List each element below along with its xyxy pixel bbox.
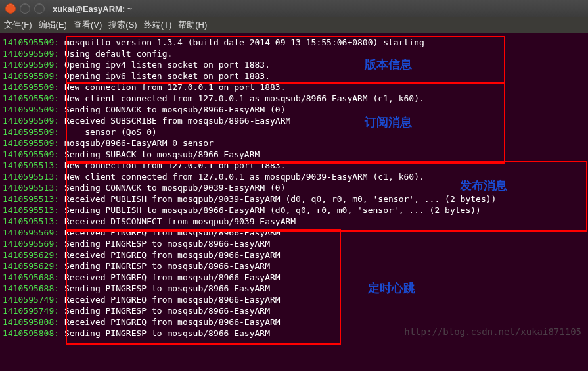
terminal-line: 1410595509: mosquitto version 1.3.4 (bui… [3,37,585,48]
log-text: mosquitto version 1.3.4 (build date 2014… [59,37,424,47]
terminal-line: 1410595513: New connection from 127.0.0.… [3,160,585,171]
timestamp: 1410595569: [3,239,59,249]
terminal-line: 1410595509: Received SUBSCRIBE from mosq… [3,115,585,126]
menu-file[interactable]: 文件(F) [4,19,32,31]
log-text: Received SUBSCRIBE from mosqsub/8966-Eas… [59,116,290,126]
log-text: Sending PINGRESP to mosqsub/8966-EasyARM [59,261,270,271]
terminal-line: 1410595509: Sending CONNACK to mosqsub/8… [3,104,585,115]
timestamp: 1410595629: [3,250,59,260]
log-text: Opening ipv4 listen socket on port 1883. [59,60,270,70]
terminal-line: 1410595513: Received DISCONNECT from mos… [3,216,585,227]
timestamp: 1410595513: [3,194,59,204]
log-text: Sending PINGRESP to mosqsub/8966-EasyARM [59,284,270,293]
timestamp: 1410595509: [3,105,59,114]
window-titlebar[interactable]: xukai@EasyARM: ~ [0,0,588,17]
timestamp: 1410595749: [3,295,59,305]
terminal-line: 1410595513: Sending CONNACK to mosqpub/9… [3,182,585,193]
terminal-line: 1410595688: Sending PINGRESP to mosqsub/… [3,283,585,294]
terminal-line: 1410595509: Opening ipv6 listen socket o… [3,70,585,82]
terminal-line: 1410595569: Received PINGREQ from mosqsu… [3,227,585,238]
log-text: Sending PINGRESP to mosqsub/8966-EasyARM [59,328,270,338]
terminal-line: 1410595688: Received PINGREQ from mosqsu… [3,272,585,283]
window-title: xukai@EasyARM: ~ [53,4,132,14]
log-text: Sending PINGRESP to mosqsub/8966-EasyARM [59,239,270,249]
terminal-line: 1410595808: Received PINGREQ from mosqsu… [3,316,585,328]
terminal-line: 1410595569: Sending PINGRESP to mosqsub/… [3,238,585,249]
timestamp: 1410595513: [3,172,59,182]
terminal-line: 1410595509: New client connected from 12… [3,93,585,104]
maximize-icon[interactable] [34,3,45,14]
log-text: Received PINGREQ from mosqsub/8966-EasyA… [59,295,281,305]
log-text: New connection from 127.0.0.1 on port 18… [59,161,285,170]
menubar: 文件(F) 编辑(E) 查看(V) 搜索(S) 终端(T) 帮助(H) [0,17,588,33]
terminal-line: 1410595629: Received PINGREQ from mosqsu… [3,249,585,260]
timestamp: 1410595513: [3,183,59,193]
timestamp: 1410595513: [3,216,59,226]
terminal-line: 1410595509: sensor (QoS 0) [3,126,585,137]
log-text: Sending PUBLISH to mosqsub/8966-EasyARM … [59,205,481,215]
timestamp: 1410595569: [3,228,59,237]
timestamp: 1410595509: [3,82,59,92]
terminal-line: 1410595808: Sending PINGRESP to mosqsub/… [3,328,585,339]
timestamp: 1410595513: [3,161,59,170]
terminal-line: 1410595509: mosqsub/8966-EasyARM 0 senso… [3,137,585,149]
timestamp: 1410595513: [3,205,59,215]
terminal-line: 1410595513: Sending PUBLISH to mosqsub/8… [3,205,585,216]
terminal-line: 1410595509: Sending SUBACK to mosqsub/89… [3,149,585,160]
terminal-line: 1410595629: Sending PINGRESP to mosqsub/… [3,260,585,272]
timestamp: 1410595509: [3,49,59,59]
timestamp: 1410595509: [3,71,59,81]
terminal-line: 1410595513: New client connected from 12… [3,171,585,182]
menu-help[interactable]: 帮助(H) [178,19,207,31]
timestamp: 1410595509: [3,149,59,159]
log-text: Sending CONNACK to mosqsub/8966-EasyARM … [59,105,285,114]
log-text: Received PINGREQ from mosqsub/8966-EasyA… [59,272,281,282]
menu-view[interactable]: 查看(V) [74,19,102,31]
timestamp: 1410595509: [3,60,59,70]
terminal-line: 1410595509: Opening ipv4 listen socket o… [3,59,585,70]
close-icon[interactable] [5,3,16,14]
log-text: Sending PINGRESP to mosqsub/8966-EasyARM [59,306,270,316]
timestamp: 1410595808: [3,317,59,327]
timestamp: 1410595509: [3,127,59,137]
log-text: Received PUBLISH from mosqpub/9039-EasyA… [59,194,496,204]
log-text: New client connected from 127.0.0.1 as m… [59,93,424,103]
log-text: Received PINGREQ from mosqsub/8966-EasyA… [59,250,281,260]
log-text: mosqsub/8966-EasyARM 0 sensor [59,138,214,148]
log-text: Received PINGREQ from mosqsub/8966-EasyA… [59,317,281,327]
log-text: New client connected from 127.0.0.1 as m… [59,172,424,182]
menu-terminal[interactable]: 终端(T) [144,19,172,31]
log-text: Received DISCONNECT from mosqpub/9039-Ea… [59,216,296,226]
timestamp: 1410595808: [3,328,59,338]
menu-search[interactable]: 搜索(S) [108,19,137,31]
log-text: sensor (QoS 0) [59,127,157,137]
timestamp: 1410595629: [3,261,59,271]
timestamp: 1410595688: [3,284,59,293]
timestamp: 1410595509: [3,138,59,148]
log-text: New connection from 127.0.0.1 on port 18… [59,82,285,92]
terminal-line: 1410595749: Received PINGREQ from mosqsu… [3,294,585,305]
log-text: Sending CONNACK to mosqpub/9039-EasyARM … [59,183,285,193]
log-text: Opening ipv6 listen socket on port 1883. [59,71,270,81]
timestamp: 1410595688: [3,272,59,282]
timestamp: 1410595509: [3,116,59,126]
terminal-line: 1410595749: Sending PINGRESP to mosqsub/… [3,305,585,316]
minimize-icon[interactable] [20,3,30,14]
terminal-line: 1410595509: Using default config. [3,48,585,59]
timestamp: 1410595509: [3,37,59,47]
terminal-line: 1410595513: Received PUBLISH from mosqpu… [3,193,585,205]
terminal-output[interactable]: 1410595509: mosquitto version 1.3.4 (bui… [0,33,588,341]
log-text: Sending SUBACK to mosqsub/8966-EasyARM [59,149,260,159]
log-text: Using default config. [59,49,172,59]
timestamp: 1410595509: [3,93,59,103]
log-text: Received PINGREQ from mosqsub/8966-EasyA… [59,228,281,237]
terminal-line: 1410595509: New connection from 127.0.0.… [3,82,585,93]
menu-edit[interactable]: 编辑(E) [39,19,67,31]
timestamp: 1410595749: [3,306,59,316]
